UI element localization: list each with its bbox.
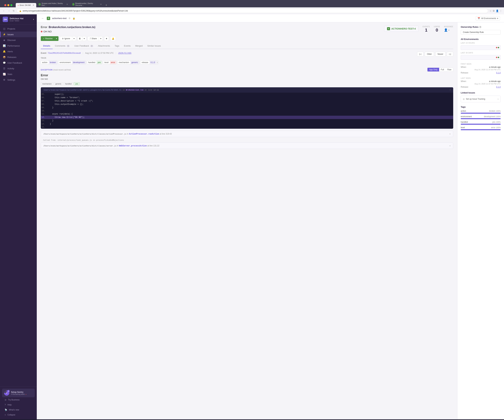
tab-details[interactable]: Details	[41, 43, 53, 49]
tab-merged[interactable]: Merged	[133, 43, 145, 49]
project-gear-icon[interactable]: ⚙	[68, 17, 71, 19]
ownership-info-icon[interactable]: ?	[479, 26, 481, 28]
ownership-rules-section: Ownership Rules ? Create Ownership Rule	[461, 26, 501, 35]
sidebar-item-settings[interactable]: ⚙ Settings	[0, 77, 37, 83]
event-nav-end[interactable]: ▷|	[447, 52, 453, 56]
tag-val-handled: yes 100%	[492, 121, 501, 123]
profile-button[interactable]: 👤	[496, 10, 499, 12]
resolve-dropdown-button[interactable]: ▾	[54, 36, 59, 41]
browser-tab-2[interactable]: Scopes and Hubs | Sentry Doc… ✕	[36, 1, 70, 7]
sidebar-item-activity[interactable]: ☰ Activity	[0, 66, 37, 71]
stack-tag-mechanism[interactable]: mechanism	[41, 82, 53, 85]
event-nav-start[interactable]: |◁	[417, 52, 423, 56]
code-line-09: 09. }	[41, 106, 453, 109]
delete-split-button: 🗑 ▾	[77, 36, 86, 41]
setup-sentry-card[interactable]: 4 4 Setup Sentry 4 Remaining tasks ●	[2, 389, 35, 397]
whats-new-icon: 📡	[5, 409, 7, 411]
stack-tag-generic[interactable]: generic	[54, 82, 63, 85]
tab-user-feedback[interactable]: User Feedback 0	[72, 43, 96, 49]
tags-sidebar-section: Tags action broken 100% environment deve…	[461, 106, 501, 130]
reload-button[interactable]: ↻	[12, 9, 15, 13]
sidebar-item-projects[interactable]: ◫ Projects	[0, 26, 37, 32]
environments-title: All Environments	[461, 38, 501, 41]
org-name: Delicious Hat	[10, 17, 23, 20]
code-line-13: 13. }	[41, 119, 453, 122]
traffic-light-maximize[interactable]	[10, 4, 12, 6]
stack-expand-2[interactable]: +	[449, 144, 451, 147]
sidebar-link-whats-new[interactable]: 📡 What's new	[2, 407, 35, 412]
tab-tags[interactable]: Tags	[112, 43, 121, 49]
back-to-issues-button[interactable]: ←	[41, 16, 45, 21]
share-button[interactable]: ⤴ Share	[88, 36, 99, 41]
sidebar-item-alerts[interactable]: 🔔 Alerts	[0, 49, 37, 54]
traffic-light-close[interactable]	[4, 4, 6, 6]
url-bar[interactable]: 🔒 sentry.io/organizations/delicious-hat/…	[17, 9, 488, 13]
browser-tab-3[interactable]: Breadcrumbs | Sentry Docume… ✕	[70, 1, 104, 7]
setup-subtitle: 4 Remaining tasks ●	[11, 393, 26, 395]
collapsed-stack-frame-1[interactable]: /Users/evan/workspace/actionhero/actionh…	[41, 131, 453, 137]
delete-button[interactable]: 🗑	[77, 36, 82, 41]
tab-similar-issues[interactable]: Similar Issues	[145, 43, 163, 49]
collapsed-stack-frame-2[interactable]: /Users/evan/workspace/actionhero/actionh…	[41, 143, 453, 149]
view-full-button[interactable]: Full	[439, 68, 446, 71]
event-nav-older[interactable]: Older	[425, 52, 434, 56]
tab-close-2[interactable]: ✕	[66, 3, 68, 6]
code-line-15: 15.	[41, 126, 453, 129]
notifications-button[interactable]: 🔔	[110, 36, 116, 41]
last-seen-date: Aug 14, 2020 11:37:50 PM UTC	[461, 83, 501, 85]
environment-selector[interactable]: 📅 All Environments ▾	[476, 16, 500, 21]
stack-tag-handled-val[interactable]: yes	[74, 82, 79, 85]
stack-line-1: 319:43	[166, 133, 172, 135]
view-raw-button[interactable]: Raw	[446, 68, 453, 71]
last-seen-release-link[interactable]: 0.1.0	[496, 86, 501, 88]
share-dropdown-button[interactable]: ▾	[99, 36, 103, 41]
view-app-only-button[interactable]: App Only	[427, 68, 439, 71]
tags-sidebar-title: Tags	[461, 106, 501, 108]
event-json-link[interactable]: JSON (5.3 KB)	[118, 52, 131, 54]
create-ownership-rule-button[interactable]: Create Ownership Rule	[461, 30, 501, 35]
sidebar-link-try-business[interactable]: ◎ Try Business	[2, 397, 35, 402]
share-icon: ⤴	[90, 37, 91, 40]
bookmark-button[interactable]: ☆	[489, 10, 492, 12]
tab-favicon-3	[72, 3, 74, 6]
stack-tags: mechanism generic handled yes	[41, 82, 453, 85]
sidebar-item-performance[interactable]: 📊 Performance	[0, 43, 37, 49]
back-button[interactable]: ←	[2, 9, 6, 13]
release-info-icon[interactable]: ℹ	[156, 61, 158, 64]
extensions-button[interactable]: ⚙	[493, 10, 495, 12]
forward-button[interactable]: →	[7, 9, 11, 13]
browser-tab-active[interactable]: ● Error: OH NO ✕	[16, 3, 36, 7]
tab-attachments[interactable]: Attachments	[96, 43, 112, 49]
set-up-issue-tracking-button[interactable]: ◎ Set up Issue Tracking ›	[461, 96, 501, 102]
star-button[interactable]: ★	[104, 36, 109, 41]
exception-header: EXCEPTION (most recent call first) App O…	[41, 68, 453, 72]
stack-expand-1[interactable]: +	[449, 133, 451, 135]
sidebar-item-releases[interactable]: 📦 Releases	[0, 54, 37, 60]
sidebar-item-stats[interactable]: 📈 Stats	[0, 71, 37, 77]
sidebar-link-collapse[interactable]: « Collapse	[2, 412, 35, 417]
assignee-dropdown[interactable]: ▾	[448, 29, 450, 31]
menu-button[interactable]: ⋮	[500, 10, 502, 12]
new-tab-button[interactable]: +	[104, 3, 109, 7]
event-id-link[interactable]: 72ee2ff910f14207b4fe869c03cceea9	[48, 52, 81, 54]
tab-comments[interactable]: Comments 0	[53, 43, 72, 49]
tab-close-3[interactable]: ✕	[100, 3, 102, 6]
traffic-light-minimize[interactable]	[7, 4, 9, 6]
ignore-dropdown-button[interactable]: ▾	[72, 36, 76, 41]
org-selector[interactable]: DH Delicious Hat Evan Tahler ▾	[0, 14, 37, 24]
sidebar-item-user-feedback[interactable]: 💬 User Feedback	[0, 60, 37, 66]
code-collapse-button[interactable]: −	[450, 89, 451, 91]
delete-dropdown-button[interactable]: ▾	[82, 36, 86, 41]
error-message: OH NO	[41, 78, 453, 80]
first-seen-release-link[interactable]: 0.1.0	[496, 72, 501, 74]
sidebar-link-help[interactable]: ? Help	[2, 402, 35, 407]
sidebar-item-issues[interactable]: ⚡ Issues	[0, 32, 37, 37]
resolve-button[interactable]: ✓ Resolve	[41, 36, 54, 41]
sidebar-item-discover[interactable]: ◈ Discover	[0, 37, 37, 43]
tab-close-1[interactable]: ✕	[33, 4, 34, 6]
tab-events[interactable]: Events	[122, 43, 133, 49]
ignore-button[interactable]: ⊘ Ignore	[60, 36, 72, 41]
tag-val-environment: development 100%	[484, 115, 501, 118]
last-seen-section: LAST SEEN When: a minute ago Aug 14, 202…	[461, 77, 501, 88]
event-nav-newer[interactable]: Newer	[435, 52, 445, 56]
